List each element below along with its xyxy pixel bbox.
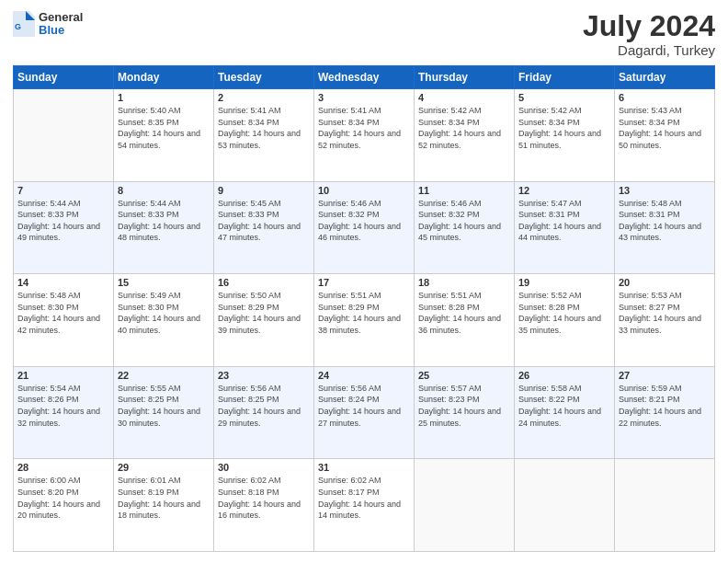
- header: G General Blue July 2024 Dagardi, Turkey: [13, 11, 715, 58]
- calendar-cell: 23Sunrise: 5:56 AMSunset: 8:25 PMDayligh…: [214, 366, 314, 459]
- calendar-week-row: 14Sunrise: 5:48 AMSunset: 8:30 PMDayligh…: [14, 274, 715, 367]
- day-info: Sunrise: 5:40 AMSunset: 8:35 PMDaylight:…: [118, 105, 210, 151]
- svg-text:G: G: [15, 22, 21, 31]
- day-number: 17: [318, 277, 410, 288]
- calendar-cell: [14, 89, 114, 182]
- calendar-cell: [415, 459, 515, 552]
- calendar-cell: 18Sunrise: 5:51 AMSunset: 8:28 PMDayligh…: [415, 274, 515, 367]
- calendar-cell: 13Sunrise: 5:48 AMSunset: 8:31 PMDayligh…: [615, 181, 715, 274]
- day-number: 6: [619, 92, 711, 103]
- day-number: 2: [218, 92, 310, 103]
- day-number: 1: [118, 92, 210, 103]
- calendar-cell: 10Sunrise: 5:46 AMSunset: 8:32 PMDayligh…: [314, 181, 415, 274]
- day-number: 7: [17, 185, 109, 196]
- day-info: Sunrise: 6:00 AMSunset: 8:20 PMDaylight:…: [17, 475, 109, 521]
- day-number: 25: [418, 370, 510, 381]
- calendar-cell: 29Sunrise: 6:01 AMSunset: 8:19 PMDayligh…: [114, 459, 214, 552]
- day-number: 18: [418, 277, 510, 288]
- day-info: Sunrise: 5:44 AMSunset: 8:33 PMDaylight:…: [17, 198, 109, 244]
- day-info: Sunrise: 5:54 AMSunset: 8:26 PMDaylight:…: [17, 383, 109, 429]
- day-info: Sunrise: 5:53 AMSunset: 8:27 PMDaylight:…: [619, 290, 711, 336]
- day-number: 31: [318, 462, 410, 473]
- day-info: Sunrise: 5:56 AMSunset: 8:25 PMDaylight:…: [218, 383, 310, 429]
- day-info: Sunrise: 5:59 AMSunset: 8:21 PMDaylight:…: [619, 383, 711, 429]
- day-info: Sunrise: 5:42 AMSunset: 8:34 PMDaylight:…: [518, 105, 610, 151]
- day-info: Sunrise: 5:47 AMSunset: 8:31 PMDaylight:…: [518, 198, 610, 244]
- calendar-header-sunday: Sunday: [14, 66, 114, 89]
- calendar-cell: 20Sunrise: 5:53 AMSunset: 8:27 PMDayligh…: [615, 274, 715, 367]
- logo-blue-text: Blue: [39, 24, 83, 37]
- page: G General Blue July 2024 Dagardi, Turkey…: [0, 0, 728, 563]
- day-number: 27: [619, 370, 711, 381]
- calendar-cell: 27Sunrise: 5:59 AMSunset: 8:21 PMDayligh…: [615, 366, 715, 459]
- day-number: 15: [118, 277, 210, 288]
- calendar-cell: 6Sunrise: 5:43 AMSunset: 8:34 PMDaylight…: [615, 89, 715, 182]
- day-number: 23: [218, 370, 310, 381]
- calendar-cell: 25Sunrise: 5:57 AMSunset: 8:23 PMDayligh…: [415, 366, 515, 459]
- day-number: 3: [318, 92, 410, 103]
- calendar-cell: 9Sunrise: 5:45 AMSunset: 8:33 PMDaylight…: [214, 181, 314, 274]
- calendar-cell: 5Sunrise: 5:42 AMSunset: 8:34 PMDaylight…: [515, 89, 615, 182]
- calendar-cell: 16Sunrise: 5:50 AMSunset: 8:29 PMDayligh…: [214, 274, 314, 367]
- day-info: Sunrise: 5:58 AMSunset: 8:22 PMDaylight:…: [518, 383, 610, 429]
- day-info: Sunrise: 5:51 AMSunset: 8:29 PMDaylight:…: [318, 290, 410, 336]
- calendar-cell: [515, 459, 615, 552]
- calendar-week-row: 7Sunrise: 5:44 AMSunset: 8:33 PMDaylight…: [14, 181, 715, 274]
- day-info: Sunrise: 5:44 AMSunset: 8:33 PMDaylight:…: [118, 198, 210, 244]
- day-info: Sunrise: 5:56 AMSunset: 8:24 PMDaylight:…: [318, 383, 410, 429]
- calendar-header-wednesday: Wednesday: [314, 66, 415, 89]
- day-number: 8: [118, 185, 210, 196]
- day-number: 22: [118, 370, 210, 381]
- calendar-week-row: 28Sunrise: 6:00 AMSunset: 8:20 PMDayligh…: [14, 459, 715, 552]
- day-info: Sunrise: 5:46 AMSunset: 8:32 PMDaylight:…: [418, 198, 510, 244]
- day-number: 9: [218, 185, 310, 196]
- logo-general-text: General: [39, 11, 83, 24]
- day-info: Sunrise: 5:42 AMSunset: 8:34 PMDaylight:…: [418, 105, 510, 151]
- calendar-cell: 26Sunrise: 5:58 AMSunset: 8:22 PMDayligh…: [515, 366, 615, 459]
- calendar-header-thursday: Thursday: [415, 66, 515, 89]
- day-info: Sunrise: 5:55 AMSunset: 8:25 PMDaylight:…: [118, 383, 210, 429]
- day-number: 30: [218, 462, 310, 473]
- day-number: 21: [17, 370, 109, 381]
- day-info: Sunrise: 5:46 AMSunset: 8:32 PMDaylight:…: [318, 198, 410, 244]
- calendar-cell: [615, 459, 715, 552]
- day-info: Sunrise: 5:49 AMSunset: 8:30 PMDaylight:…: [118, 290, 210, 336]
- day-info: Sunrise: 5:48 AMSunset: 8:30 PMDaylight:…: [17, 290, 109, 336]
- calendar-table: SundayMondayTuesdayWednesdayThursdayFrid…: [13, 65, 715, 552]
- calendar-cell: 17Sunrise: 5:51 AMSunset: 8:29 PMDayligh…: [314, 274, 415, 367]
- calendar-cell: 4Sunrise: 5:42 AMSunset: 8:34 PMDaylight…: [415, 89, 515, 182]
- logo: G General Blue: [13, 11, 83, 38]
- calendar-header-row: SundayMondayTuesdayWednesdayThursdayFrid…: [14, 66, 715, 89]
- day-number: 13: [619, 185, 711, 196]
- day-number: 19: [518, 277, 610, 288]
- calendar-cell: 30Sunrise: 6:02 AMSunset: 8:18 PMDayligh…: [214, 459, 314, 552]
- day-number: 14: [17, 277, 109, 288]
- day-info: Sunrise: 6:02 AMSunset: 8:18 PMDaylight:…: [218, 475, 310, 521]
- calendar-cell: 3Sunrise: 5:41 AMSunset: 8:34 PMDaylight…: [314, 89, 415, 182]
- calendar-cell: 15Sunrise: 5:49 AMSunset: 8:30 PMDayligh…: [114, 274, 214, 367]
- calendar-cell: 1Sunrise: 5:40 AMSunset: 8:35 PMDaylight…: [114, 89, 214, 182]
- day-info: Sunrise: 5:57 AMSunset: 8:23 PMDaylight:…: [418, 383, 510, 429]
- calendar-cell: 19Sunrise: 5:52 AMSunset: 8:28 PMDayligh…: [515, 274, 615, 367]
- day-number: 29: [118, 462, 210, 473]
- day-info: Sunrise: 5:41 AMSunset: 8:34 PMDaylight:…: [218, 105, 310, 151]
- main-title: July 2024: [583, 11, 715, 40]
- logo-text: General Blue: [39, 11, 83, 38]
- day-number: 11: [418, 185, 510, 196]
- day-info: Sunrise: 5:52 AMSunset: 8:28 PMDaylight:…: [518, 290, 610, 336]
- calendar-cell: 22Sunrise: 5:55 AMSunset: 8:25 PMDayligh…: [114, 366, 214, 459]
- calendar-cell: 8Sunrise: 5:44 AMSunset: 8:33 PMDaylight…: [114, 181, 214, 274]
- logo-icon: G: [13, 11, 35, 37]
- calendar-week-row: 21Sunrise: 5:54 AMSunset: 8:26 PMDayligh…: [14, 366, 715, 459]
- day-number: 26: [518, 370, 610, 381]
- day-info: Sunrise: 5:50 AMSunset: 8:29 PMDaylight:…: [218, 290, 310, 336]
- day-info: Sunrise: 5:41 AMSunset: 8:34 PMDaylight:…: [318, 105, 410, 151]
- calendar-cell: 14Sunrise: 5:48 AMSunset: 8:30 PMDayligh…: [14, 274, 114, 367]
- calendar-header-saturday: Saturday: [615, 66, 715, 89]
- title-block: July 2024 Dagardi, Turkey: [583, 11, 715, 58]
- day-number: 10: [318, 185, 410, 196]
- day-info: Sunrise: 6:01 AMSunset: 8:19 PMDaylight:…: [118, 475, 210, 521]
- day-number: 24: [318, 370, 410, 381]
- calendar-cell: 7Sunrise: 5:44 AMSunset: 8:33 PMDaylight…: [14, 181, 114, 274]
- calendar-header-tuesday: Tuesday: [214, 66, 314, 89]
